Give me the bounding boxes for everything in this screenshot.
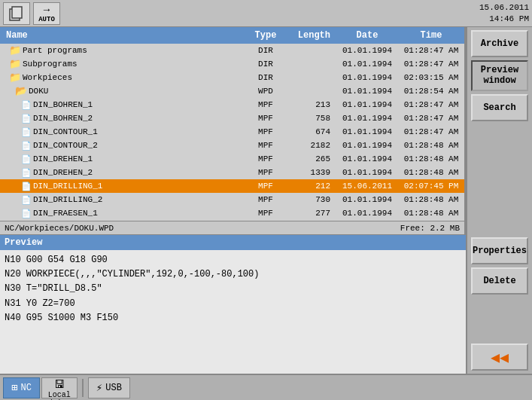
file-length: 213 (288, 100, 333, 109)
file-name: DIN_DREHEN_2 (33, 168, 93, 177)
file-length: 758 (288, 114, 333, 123)
file-name-cell: 📁 Subprograms (3, 58, 243, 70)
tab-usb-label: USB (105, 383, 122, 393)
file-panel: Name Type Length Date Time 📁 Part progra… (0, 27, 466, 234)
file-date: 01.01.1994 (333, 141, 401, 150)
file-type: MPF (243, 127, 288, 136)
table-row[interactable]: 📄 DIN_DRILLING_2 MPF 730 01.01.1994 01:2… (0, 193, 464, 206)
file-list[interactable]: 📁 Part programs DIR 01.01.1994 01:28:47 … (0, 44, 464, 221)
preview-window-button[interactable]: Previewwindow (471, 60, 528, 91)
file-name-cell: 📄 DIN_DREHEN_2 (3, 168, 243, 178)
file-length: 730 (288, 195, 333, 204)
file-name-cell: 📄 DIN_BOHREN_1 (3, 100, 243, 110)
file-name-cell: 📁 Part programs (3, 44, 243, 56)
back-button[interactable]: ◀◀ (471, 344, 528, 371)
file-icon: 📄 (21, 168, 32, 178)
file-time: 01:28:47 AM (401, 127, 461, 136)
file-date: 01.01.1994 (333, 195, 401, 204)
tab-usb[interactable]: ⚡ USB (88, 377, 130, 398)
local-drive-icon: 🖫 (54, 380, 65, 391)
col-time-header: Time (401, 30, 461, 41)
file-name: DIN_BOHREN_2 (33, 114, 93, 123)
file-length: 1339 (288, 168, 333, 177)
folder-icon: 📁 (9, 72, 21, 84)
file-icon: 📄 (21, 114, 32, 124)
copy-icon[interactable] (3, 2, 30, 25)
preview-line: N10 G00 G54 G18 G90 (5, 253, 461, 267)
file-type: DIR (243, 60, 288, 69)
file-name: DIN_FRAESEN_1 (33, 209, 98, 218)
nc-icon: ⊞ (11, 381, 17, 394)
table-row[interactable]: 📄 DIN_DRILLING_1 MPF 212 15.06.2011 02:0… (0, 179, 464, 193)
file-type: MPF (243, 195, 288, 204)
archive-button[interactable]: Archive (471, 30, 528, 57)
folder-icon: 📂 (15, 85, 27, 97)
table-row[interactable]: 📄 DIN_CONTOUR_1 MPF 674 01.01.1994 01:28… (0, 125, 464, 139)
file-time: 01:28:48 AM (401, 154, 461, 163)
file-date: 01.01.1994 (333, 100, 401, 109)
file-name: Subprograms (23, 60, 78, 69)
tab-nc[interactable]: ⊞ NC (3, 377, 40, 398)
file-icon: 📄 (21, 209, 32, 218)
table-row[interactable]: 📄 DIN_BOHREN_1 MPF 213 01.01.1994 01:28:… (0, 98, 464, 111)
file-time: 01:28:47 AM (401, 60, 461, 69)
file-date: 15.06.2011 (333, 182, 401, 191)
preview-line: N30 T="DRILL_D8.5" (5, 282, 461, 296)
file-name-cell: 📄 DIN_DREHEN_1 (3, 154, 243, 164)
file-date: 01.01.1994 (333, 87, 401, 96)
file-time: 01:28:48 AM (401, 209, 461, 218)
file-type: DIR (243, 46, 288, 55)
preview-header: Preview (0, 235, 466, 250)
file-name-cell: 📄 DIN_CONTOUR_1 (3, 127, 243, 137)
file-icon: 📄 (21, 182, 32, 191)
search-button[interactable]: Search (471, 94, 528, 121)
file-date: 01.01.1994 (333, 60, 401, 69)
top-bar: → AUTO 15.06.2011 14:46 PM (0, 0, 532, 27)
preview-panel: Preview N10 G00 G54 G18 G90N20 WORKPIECE… (0, 234, 466, 374)
auto-icon[interactable]: → AUTO (33, 2, 60, 25)
file-icon: 📄 (21, 127, 32, 137)
table-row[interactable]: 📄 DIN_DREHEN_1 MPF 265 01.01.1994 01:28:… (0, 152, 464, 166)
file-name-cell: 📁 Workpieces (3, 72, 243, 84)
table-row[interactable]: 📁 Subprograms DIR 01.01.1994 01:28:47 AM (0, 57, 464, 71)
tab-local-drive-label: Localdrive (48, 391, 71, 400)
preview-line: N20 WORKPIECE(,,,"CYLINDER",192,0,-100,-… (5, 267, 461, 282)
tab-local-drive[interactable]: 🖫 Localdrive (41, 377, 78, 398)
file-length: 212 (288, 182, 333, 191)
file-name: Workpieces (23, 73, 72, 82)
file-length: 2182 (288, 141, 333, 150)
file-date: 01.01.1994 (333, 168, 401, 177)
file-name: DIN_DRILLING_2 (33, 195, 102, 204)
file-icon: 📄 (21, 195, 32, 205)
file-date: 01.01.1994 (333, 114, 401, 123)
table-row[interactable]: 📂 DOKU WPD 01.01.1994 01:28:54 AM (0, 84, 464, 98)
delete-button[interactable]: Delete (471, 267, 528, 295)
folder-icon: 📁 (9, 58, 21, 70)
preview-content: N10 G00 G54 G18 G90N20 WORKPIECE(,,,"CYL… (0, 250, 466, 374)
file-type: WPD (243, 87, 288, 96)
preview-line: N31 Y0 Z2=700 (5, 297, 461, 311)
file-date: 01.01.1994 (333, 127, 401, 136)
file-date: 01.01.1994 (333, 154, 401, 163)
table-row[interactable]: 📁 Workpieces DIR 01.01.1994 02:03:15 AM (0, 71, 464, 84)
file-length: 265 (288, 154, 333, 163)
file-name: DIN_BOHREN_1 (33, 100, 93, 109)
file-type: MPF (243, 114, 288, 123)
file-type: MPF (243, 100, 288, 109)
usb-icon: ⚡ (96, 381, 102, 394)
col-date-header: Date (333, 30, 401, 41)
table-row[interactable]: 📄 DIN_BOHREN_2 MPF 758 01.01.1994 01:28:… (0, 111, 464, 125)
table-row[interactable]: 📄 DIN_CONTOUR_2 MPF 2182 01.01.1994 01:2… (0, 139, 464, 152)
table-row[interactable]: 📄 DIN_FRAESEN_1 MPF 277 01.01.1994 01:28… (0, 206, 464, 220)
col-type-header: Type (243, 30, 288, 41)
properties-button[interactable]: Properties (471, 237, 528, 264)
col-length-header: Length (288, 30, 333, 41)
status-free: Free: 2.2 MB (400, 224, 460, 233)
file-type: DIR (243, 73, 288, 82)
svg-rect-1 (12, 7, 22, 18)
preview-line: N40 G95 S1000 M3 F150 (5, 311, 461, 325)
table-row[interactable]: 📁 Part programs DIR 01.01.1994 01:28:47 … (0, 44, 464, 57)
file-icon: 📄 (21, 100, 32, 110)
table-row[interactable]: 📄 DIN_DREHEN_2 MPF 1339 01.01.1994 01:28… (0, 166, 464, 179)
file-date: 01.01.1994 (333, 73, 401, 82)
